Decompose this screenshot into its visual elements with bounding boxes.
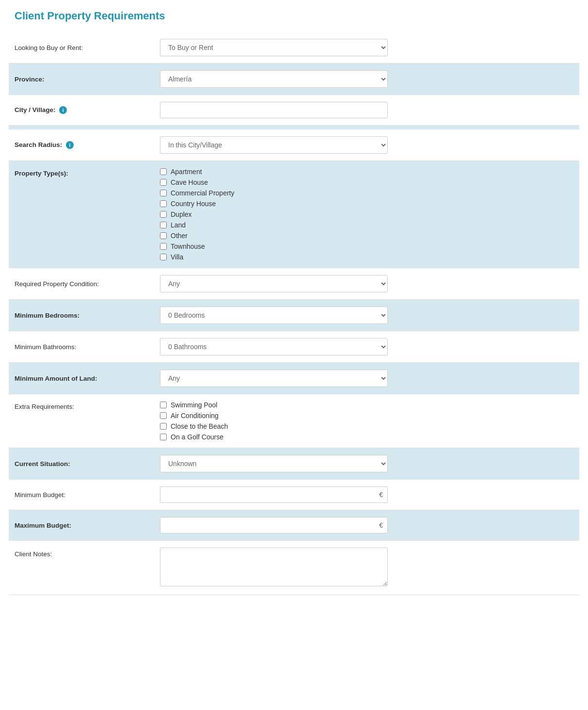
checkbox-duplex[interactable]: Duplex [160, 210, 573, 218]
client-notes-label: Client Notes: [15, 548, 160, 558]
checkbox-swimming-pool-input[interactable] [160, 402, 167, 408]
client-notes-textarea[interactable] [160, 548, 388, 586]
checkbox-swimming-pool[interactable]: Swimming Pool [160, 401, 573, 409]
checkbox-country-house-input[interactable] [160, 200, 167, 207]
min-budget-input[interactable] [160, 486, 388, 503]
checkbox-other-input[interactable] [160, 232, 167, 239]
looking-to-label: Looking to Buy or Rent: [15, 44, 160, 51]
min-land-select[interactable]: Any 100m² 500m² 1000m² 5000m² 1 hectare+ [160, 370, 388, 387]
checkbox-air-conditioning[interactable]: Air Conditioning [160, 412, 573, 420]
search-radius-info-icon[interactable]: i [66, 141, 74, 149]
checkbox-duplex-input[interactable] [160, 211, 167, 218]
checkbox-golf-course[interactable]: On a Golf Course [160, 433, 573, 441]
checkbox-land[interactable]: Land [160, 221, 573, 229]
checkbox-townhouse-input[interactable] [160, 243, 167, 250]
checkbox-apartment[interactable]: Apartment [160, 168, 573, 176]
checkbox-townhouse[interactable]: Townhouse [160, 242, 573, 250]
checkbox-villa-input[interactable] [160, 254, 167, 260]
looking-to-select[interactable]: To Buy or Rent Buy Rent [160, 39, 388, 56]
extra-requirements-group: Swimming Pool Air Conditioning Close to … [160, 401, 573, 441]
min-budget-label: Minimum Budget: [15, 491, 160, 499]
property-types-label: Property Type(s): [15, 168, 160, 177]
property-types-group: Apartment Cave House Commercial Property… [160, 168, 573, 261]
checkbox-close-beach-input[interactable] [160, 423, 167, 430]
property-condition-label: Required Property Condition: [15, 280, 160, 288]
checkbox-commercial[interactable]: Commercial Property [160, 189, 573, 197]
search-radius-select[interactable]: In this City/Village 5km 10km 20km 50km [160, 136, 388, 154]
max-budget-wrapper: € [160, 517, 388, 533]
min-budget-wrapper: € [160, 486, 388, 503]
extra-requirements-label: Extra Requirements: [15, 401, 160, 410]
province-label: Province: [15, 76, 160, 83]
min-bathrooms-select[interactable]: 0 Bathrooms 1 Bathroom 2 Bathrooms 3 Bat… [160, 338, 388, 355]
min-bedrooms-label: Minimum Bedrooms: [15, 312, 160, 319]
province-select[interactable]: Almería Granada Málaga Murcia [160, 70, 388, 88]
city-village-label: City / Village: i [15, 106, 160, 114]
current-situation-label: Current Situation: [15, 460, 160, 468]
max-budget-label: Maximum Budget: [15, 522, 160, 529]
page-title: Client Property Requirements [15, 10, 573, 22]
city-village-input[interactable] [160, 102, 388, 118]
city-village-info-icon[interactable]: i [59, 106, 67, 114]
min-budget-currency: € [379, 491, 383, 499]
current-situation-select[interactable]: Unknown Renting Own Property Living with… [160, 455, 388, 472]
checkbox-golf-course-input[interactable] [160, 434, 167, 440]
checkbox-other[interactable]: Other [160, 232, 573, 240]
max-budget-input[interactable] [160, 517, 388, 533]
checkbox-air-conditioning-input[interactable] [160, 412, 167, 419]
min-bedrooms-select[interactable]: 0 Bedrooms 1 Bedroom 2 Bedrooms 3 Bedroo… [160, 307, 388, 324]
checkbox-cave-house-input[interactable] [160, 179, 167, 186]
min-bathrooms-label: Minimum Bathrooms: [15, 343, 160, 351]
checkbox-apartment-input[interactable] [160, 168, 167, 175]
max-budget-currency: € [379, 521, 383, 529]
search-radius-label: Search Radius: i [15, 141, 160, 149]
property-condition-select[interactable]: Any New Build Resale Renovation Required [160, 275, 388, 292]
divider [9, 126, 579, 129]
checkbox-land-input[interactable] [160, 222, 167, 228]
checkbox-close-beach[interactable]: Close to the Beach [160, 422, 573, 430]
checkbox-commercial-input[interactable] [160, 190, 167, 196]
checkbox-villa[interactable]: Villa [160, 253, 573, 261]
min-land-label: Minimum Amount of Land: [15, 375, 160, 382]
checkbox-cave-house[interactable]: Cave House [160, 178, 573, 186]
checkbox-country-house[interactable]: Country House [160, 200, 573, 208]
